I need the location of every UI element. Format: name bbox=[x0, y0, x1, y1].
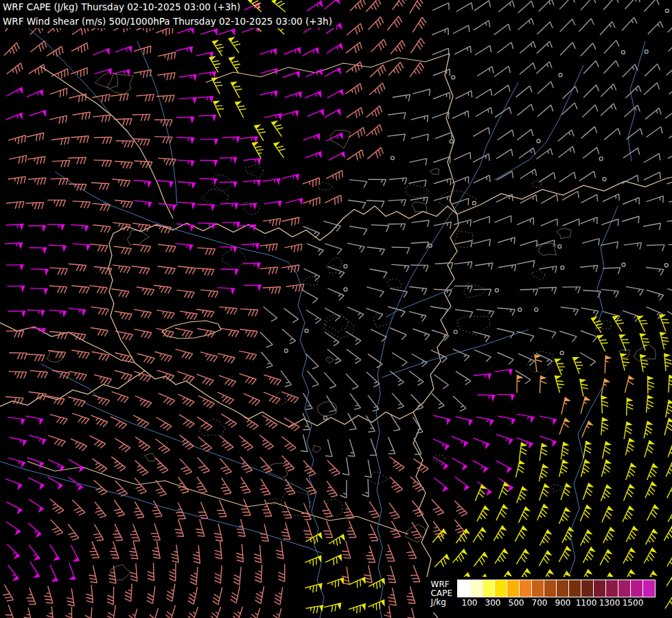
title-cape-line: WRF CAPE (J/kg) Thursday 02-10-2025 03:0… bbox=[0, 0, 244, 14]
legend-swatch bbox=[494, 580, 507, 597]
legend-tick: 900 bbox=[555, 598, 571, 608]
legend-tick: 500 bbox=[509, 598, 524, 608]
legend-tick: 100 bbox=[462, 598, 478, 608]
legend-swatch bbox=[605, 580, 618, 597]
legend-tick: 1300 bbox=[599, 598, 621, 608]
legend-swatch bbox=[482, 580, 495, 597]
legend-swatch bbox=[581, 580, 594, 597]
legend-tick: 1100 bbox=[576, 598, 597, 608]
legend-colorbar bbox=[458, 580, 656, 597]
cape-legend: WRF CAPE J/kg 10030050070090011001300150… bbox=[427, 577, 661, 613]
legend-ticks: 100300500700900110013001500 bbox=[458, 598, 657, 609]
legend-tick: 700 bbox=[532, 598, 548, 608]
legend-bar: 100300500700900110013001500 bbox=[458, 580, 657, 611]
map-canvas bbox=[0, 0, 672, 618]
weather-map: WRF CAPE (J/kg) Thursday 02-10-2025 03:0… bbox=[0, 0, 672, 618]
title-windshear-line: WRF Wind shear (m/s) 500/1000hPa Thursda… bbox=[0, 14, 336, 28]
legend-swatch bbox=[519, 580, 532, 597]
legend-swatch bbox=[531, 580, 544, 597]
legend-swatch bbox=[544, 580, 557, 597]
legend-label-column: WRF CAPE J/kg bbox=[431, 580, 452, 607]
legend-swatch bbox=[630, 580, 643, 597]
legend-swatch bbox=[593, 580, 606, 597]
legend-swatch bbox=[556, 580, 569, 597]
legend-label-unit: J/kg bbox=[431, 598, 452, 607]
legend-swatch bbox=[618, 580, 631, 597]
legend-swatch bbox=[507, 580, 520, 597]
legend-swatch bbox=[568, 580, 581, 597]
legend-tick: 1500 bbox=[623, 598, 644, 608]
legend-swatch bbox=[470, 580, 483, 597]
legend-swatch bbox=[457, 580, 470, 597]
legend-swatch bbox=[642, 580, 656, 597]
legend-tick: 300 bbox=[485, 598, 501, 608]
